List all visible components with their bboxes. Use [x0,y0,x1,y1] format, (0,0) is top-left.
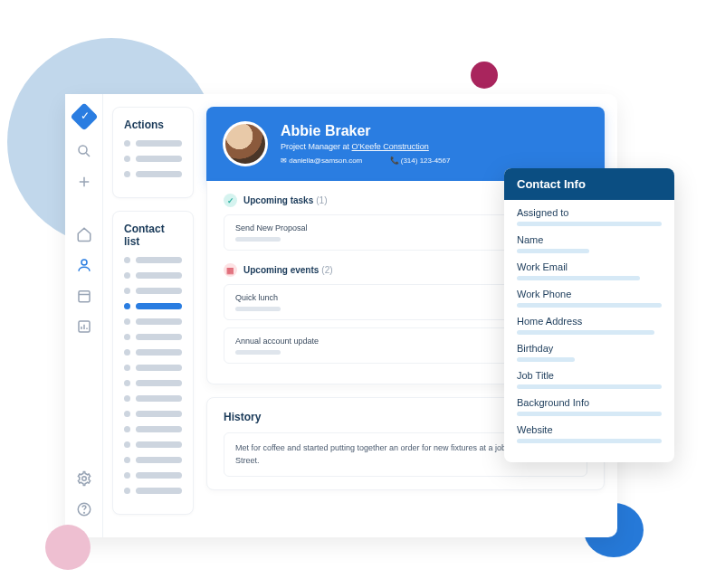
list-item[interactable] [124,272,182,279]
list-item[interactable] [124,365,182,371]
contacts-icon[interactable] [76,257,92,273]
avatar[interactable] [223,121,268,166]
field-assigned-to[interactable]: Assigned to [517,207,662,226]
field-birthday[interactable]: Birthday [517,343,662,362]
field-website[interactable]: Website [517,424,662,443]
home-icon[interactable] [76,226,92,242]
contact-list-title: Contact list [124,223,182,248]
contact-list-panel: Contact list [112,211,194,515]
contact-role: Project Manager at O'Keefe Construction [281,142,475,151]
search-icon[interactable] [76,143,92,159]
svg-point-13 [83,512,84,513]
email-value[interactable]: ✉ daniella@samson.com [281,156,375,165]
svg-line-1 [86,153,90,156]
field-job-title[interactable]: Job Title [517,370,662,389]
nav-sidebar [65,94,103,537]
app-logo-icon[interactable] [70,102,98,130]
phone-value[interactable]: 📞 (314) 123-4567 [390,156,463,165]
field-work-phone[interactable]: Work Phone [517,289,662,308]
list-item[interactable] [124,488,182,494]
actions-title: Actions [124,119,182,131]
events-icon: ▦ [224,263,237,277]
actions-panel: Actions [112,107,194,198]
contact-name: Abbie Braker [281,123,475,139]
contact-info-popup: Contact Info Assigned to Name Work Email… [504,168,674,462]
list-item[interactable] [124,257,182,263]
svg-point-0 [79,146,87,154]
list-item[interactable] [124,156,182,162]
list-item[interactable] [124,411,182,417]
list-item[interactable] [124,426,182,432]
help-icon[interactable] [76,501,92,517]
info-card-title: Contact Info [504,168,674,200]
field-home-address[interactable]: Home Address [517,316,662,335]
list-item[interactable] [124,171,182,177]
list-item[interactable] [124,395,182,402]
list-item[interactable] [124,380,182,386]
list-item[interactable] [124,318,182,325]
list-item[interactable] [124,334,182,340]
list-item[interactable] [124,441,182,448]
svg-point-4 [81,260,87,265]
list-item[interactable] [124,140,182,147]
list-item[interactable] [124,457,182,463]
company-link[interactable]: O'Keefe Construction [352,142,429,151]
list-item[interactable] [124,472,182,479]
list-item[interactable] [124,303,182,309]
field-work-email[interactable]: Work Email [517,261,662,280]
list-item[interactable] [124,349,182,356]
svg-rect-5 [79,291,90,302]
settings-icon[interactable] [76,470,92,487]
field-name[interactable]: Name [517,234,662,253]
list-item[interactable] [124,288,182,294]
calendar-icon[interactable] [76,288,92,304]
svg-point-11 [81,477,86,481]
field-background[interactable]: Background Info [517,397,662,416]
add-icon[interactable] [76,174,92,190]
reports-icon[interactable] [76,318,92,335]
tasks-icon: ✓ [224,194,237,207]
